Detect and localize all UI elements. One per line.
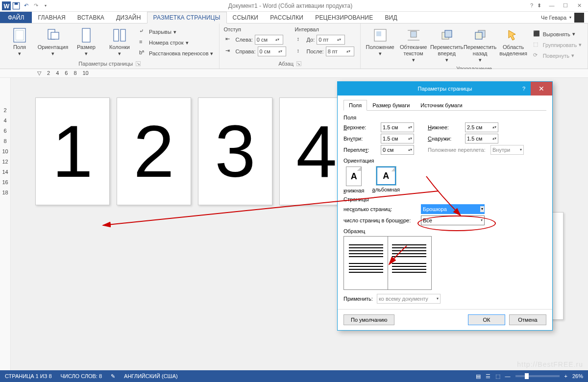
tab-fields[interactable]: Поля <box>343 100 367 111</box>
status-bar: СТРАНИЦА 1 ИЗ 8 ЧИСЛО СЛОВ: 8 ✎ АНГЛИЙСК… <box>0 370 588 382</box>
orientation-button[interactable]: Ориентация▾ <box>37 25 69 60</box>
zoom-level[interactable]: 26% <box>572 373 583 379</box>
tab-view[interactable]: ВИД <box>379 12 403 23</box>
view-web-icon[interactable]: ⬚ <box>495 373 500 380</box>
zoom-out-icon[interactable]: — <box>505 373 511 379</box>
redo-icon[interactable]: ↷ <box>31 1 40 10</box>
indent-left-input[interactable]: 0 см▴▾ <box>255 35 283 45</box>
page-thumbnail[interactable]: 1 <box>35 97 110 205</box>
page-thumbnail[interactable]: 2 <box>117 97 191 205</box>
zoom-slider[interactable] <box>515 375 560 377</box>
tab-references[interactable]: ССЫЛКИ <box>227 12 265 23</box>
top-margin-label: Верхнее: <box>343 124 377 130</box>
svg-rect-7 <box>51 32 59 39</box>
page-thumbnail[interactable]: 3 <box>198 97 272 205</box>
line-numbers-button[interactable]: ≡Номера строк ▾ <box>137 37 215 48</box>
proofing-icon[interactable]: ✎ <box>111 373 115 380</box>
qat-dropdown-icon[interactable]: ▾ <box>41 1 50 10</box>
word-count[interactable]: ЧИСЛО СЛОВ: 8 <box>61 373 102 379</box>
view-read-icon[interactable]: ▤ <box>476 373 481 380</box>
size-button[interactable]: Размер▾ <box>71 25 102 60</box>
spacing-after-input[interactable]: 8 пт▴▾ <box>326 47 354 56</box>
gutter-input[interactable]: 0 см▴▾ <box>381 145 414 155</box>
tab-design[interactable]: ДИЗАЙН <box>110 12 147 23</box>
undo-icon[interactable]: ↶ <box>22 1 30 10</box>
spacing-before-input[interactable]: 0 пт▴▾ <box>317 35 345 45</box>
dialog-launcher-icon[interactable]: ↘ <box>296 61 301 66</box>
spacing-label: Интервал <box>295 26 356 32</box>
margins-button[interactable]: Поля▾ <box>4 25 35 60</box>
tab-paper-size[interactable]: Размер бумаги <box>367 100 415 111</box>
language-status[interactable]: АНГЛИЙСКИЙ (США) <box>124 373 178 379</box>
inside-margin-input[interactable]: 1.5 см▴▾ <box>381 134 414 143</box>
tab-layout[interactable]: РАЗМЕТКА СТРАНИЦЫ <box>147 12 227 24</box>
multi-pages-label: несколько страниц: <box>343 206 417 212</box>
columns-button[interactable]: Колонки▾ <box>104 25 135 60</box>
landscape-label: альбомная <box>372 187 400 192</box>
tab-paper-source[interactable]: Источник бумаги <box>415 100 467 111</box>
vertical-ruler[interactable]: 24681012141618 <box>0 78 11 370</box>
rotate-button[interactable]: ⟳Повернуть ▾ <box>531 50 584 61</box>
outside-margin-input[interactable]: 1.5 см▴▾ <box>465 134 498 143</box>
bring-forward-button[interactable]: Переместить вперед▾ <box>431 25 463 65</box>
help-icon[interactable]: ? <box>529 2 535 9</box>
default-button[interactable]: По умолчанию <box>343 314 394 325</box>
svg-rect-3 <box>15 2 18 5</box>
bottom-margin-input[interactable]: 2.5 см▴▾ <box>465 122 498 132</box>
horizontal-ruler[interactable]: ▽ 2 4 6 8 10 <box>0 69 588 78</box>
quick-access-toolbar: W ↶ ↷ ▾ <box>0 1 52 10</box>
breaks-button[interactable]: ⤶Разрывы ▾ <box>137 26 215 37</box>
tab-file[interactable]: ФАЙЛ <box>0 12 32 23</box>
bottom-margin-label: Нижнее: <box>428 124 461 130</box>
maximize-icon[interactable]: ☐ <box>560 2 571 9</box>
user-dropdown-icon: ▾ <box>569 15 571 20</box>
send-backward-button[interactable]: Переместить назад▾ <box>465 25 496 65</box>
wrap-text-button[interactable]: Обтекание текстом▾ <box>398 25 429 65</box>
user-account[interactable]: Че Гевара ▾ <box>537 12 588 23</box>
tab-home[interactable]: ГЛАВНАЯ <box>32 12 71 23</box>
top-margin-input[interactable]: 1.5 см▴▾ <box>381 122 414 132</box>
multi-pages-combo[interactable]: Брошюра▾ <box>421 204 485 214</box>
ribbon-tabs: ФАЙЛ ГЛАВНАЯ ВСТАВКА ДИЗАЙН РАЗМЕТКА СТР… <box>0 12 588 24</box>
view-print-icon[interactable]: ☰ <box>486 373 490 380</box>
minimize-icon[interactable]: — <box>546 2 558 9</box>
apply-to-combo[interactable]: ко всему документу▾ <box>377 294 441 304</box>
ruler-indent-icon[interactable]: ▽ <box>37 70 41 76</box>
indent-right-input[interactable]: 0 см▴▾ <box>258 47 286 56</box>
hyphenation-button[interactable]: bªРасстановка переносов ▾ <box>137 48 215 59</box>
dialog-help-icon[interactable]: ? <box>517 82 531 96</box>
dialog-launcher-icon[interactable]: ↘ <box>136 61 141 66</box>
svg-rect-13 <box>411 31 416 37</box>
landscape-option[interactable]: A альбомная <box>372 167 400 193</box>
cancel-button[interactable]: Отмена <box>509 314 546 325</box>
title-bar: W ↶ ↷ ▾ Документ1 - Word (Сбой активации… <box>0 0 588 12</box>
ribbon: Поля▾ Ориентация▾ Размер▾ Колонки▾ ⤶Разр… <box>0 24 588 69</box>
ribbon-options-icon[interactable]: ⬍ <box>536 2 543 9</box>
portrait-option[interactable]: A книжная <box>343 167 365 193</box>
svg-rect-12 <box>376 31 381 36</box>
group-label: Абзац <box>278 61 294 67</box>
svg-rect-9 <box>114 29 119 41</box>
tab-insert[interactable]: ВСТАВКА <box>72 12 110 23</box>
tab-review[interactable]: РЕЦЕНЗИРОВАНИЕ <box>309 12 379 23</box>
gutter-pos-combo: Внутри▾ <box>490 145 524 155</box>
selection-pane-button[interactable]: Область выделения <box>498 25 529 65</box>
dialog-titlebar[interactable]: Параметры страницы ? ✕ <box>338 82 552 96</box>
group-page-setup: Поля▾ Ориентация▾ Размер▾ Колонки▾ ⤶Разр… <box>0 24 220 69</box>
group-arrange: Положение▾ Обтекание текстом▾ Переместит… <box>361 24 588 69</box>
close-icon[interactable]: ✕ <box>573 2 585 9</box>
svg-rect-19 <box>475 32 482 39</box>
align-button[interactable]: ⬛Выровнять ▾ <box>531 29 584 40</box>
save-icon[interactable] <box>12 1 21 10</box>
sheets-combo[interactable]: Все▾ <box>421 215 485 225</box>
position-button[interactable]: Положение▾ <box>365 25 396 65</box>
tab-mailings[interactable]: РАССЫЛКИ <box>264 12 309 23</box>
group-button[interactable]: ⬚Группировать ▾ <box>531 40 584 50</box>
page-status[interactable]: СТРАНИЦА 1 ИЗ 8 <box>5 373 52 379</box>
ok-button[interactable]: ОК <box>468 314 505 325</box>
dialog-close-icon[interactable]: ✕ <box>531 82 552 96</box>
zoom-in-icon[interactable]: + <box>564 373 567 379</box>
page-setup-dialog: Параметры страницы ? ✕ Поля Размер бумаг… <box>337 81 553 331</box>
dialog-title: Параметры страницы <box>418 86 472 92</box>
preview-section-label: Образец <box>343 228 546 234</box>
